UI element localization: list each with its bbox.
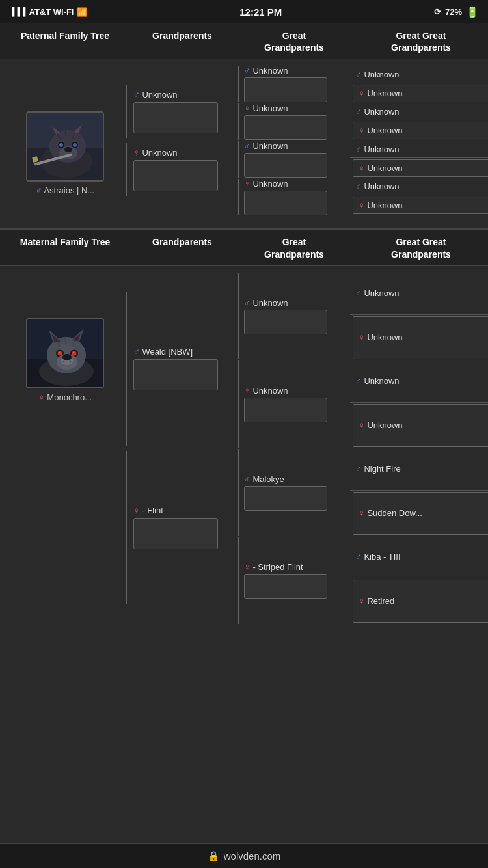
- gggp5-mat[interactable]: ♂ Night Fire: [350, 448, 488, 491]
- gp1-label: ♂ Unknown: [133, 90, 178, 100]
- status-left: ▐▐▐ AT&T Wi-Fi 📶: [9, 7, 87, 17]
- gggp6[interactable]: ♀ Unknown: [353, 159, 488, 177]
- gggp6-mat[interactable]: ♀ Sudden Dow...: [353, 492, 488, 535]
- gggp2-mat[interactable]: ♀ Unknown: [353, 316, 488, 359]
- ggp4-mat-box: [244, 574, 327, 599]
- gp2-paternal[interactable]: ♀ Unknown: [126, 143, 238, 196]
- gp1-gender: ♂: [133, 90, 140, 100]
- ggp3-mat-label: ♂ Malokye: [244, 474, 350, 484]
- great-great-grandparents-column-paternal: ♂ Unknown ♀ Unknown ♂ Unknown ♀ Unknown …: [350, 66, 488, 215]
- ggp1-mat-box: [244, 310, 327, 334]
- gggp3[interactable]: ♂ Unknown: [350, 103, 488, 120]
- self-column-paternal: ♂ Astraios | N...: [4, 66, 126, 215]
- gggp1-mat[interactable]: ♂ Unknown: [350, 273, 488, 315]
- svg-point-10: [59, 143, 63, 147]
- ggp1-label: ♂ Unknown: [244, 66, 350, 75]
- rotate-icon: ⟳: [434, 7, 441, 17]
- maternal-header-row: Maternal Family Tree Grandparents GreatG…: [0, 230, 488, 265]
- ggp4-mat-label: ♀ - Striped Flint: [244, 562, 350, 572]
- gggp-pair1-paternal: ♂ Unknown ♀ Unknown: [350, 66, 488, 103]
- gggp-pair1-maternal: ♂ Unknown ♀ Unknown: [350, 273, 488, 360]
- col-self-header-mat: Maternal Family Tree: [4, 236, 126, 260]
- grandparents-column-maternal: ♂ Weald [NBW] ♀ - Flint: [126, 273, 238, 624]
- ggp4-box: [244, 191, 327, 215]
- svg-point-32: [58, 351, 62, 355]
- gggp7[interactable]: ♂ Unknown: [350, 178, 488, 195]
- gp2-box: [133, 160, 218, 191]
- bottom-bar: 🔒 wolvden.com: [0, 843, 488, 868]
- self-label-maternal: ♀ Monochro...: [38, 392, 92, 402]
- ggp2-label: ♀ Unknown: [244, 103, 350, 113]
- gp2-mat-box: [133, 518, 218, 549]
- avatar-paternal[interactable]: [26, 111, 104, 182]
- wolf-avatar-svg-mat: [27, 319, 104, 388]
- great-grandparents-column-maternal: ♂ Unknown ♀ Unknown ♂ Malokye: [238, 273, 350, 624]
- great-grandparents-column-paternal: ♂ Unknown ♀ Unknown ♂ Unknown: [238, 66, 350, 215]
- battery-label: 72%: [445, 7, 462, 17]
- ggp3-label: ♂ Unknown: [244, 141, 350, 151]
- ggp4-paternal[interactable]: ♀ Unknown: [238, 179, 350, 215]
- gggp8-mat[interactable]: ♀ Retired: [353, 580, 488, 623]
- gggp5[interactable]: ♂ Unknown: [350, 141, 488, 157]
- ggp1-maternal[interactable]: ♂ Unknown: [238, 273, 350, 360]
- carrier-label: AT&T Wi-Fi: [29, 7, 74, 17]
- signal-icon: ▐▐▐: [9, 7, 26, 16]
- gggp1[interactable]: ♂ Unknown: [350, 66, 488, 83]
- svg-point-35: [72, 351, 77, 355]
- ggp2-paternal[interactable]: ♀ Unknown: [238, 103, 350, 140]
- paternal-tree-body: ♂ Astraios | N... ♂ Unknown ♀ Unknown: [0, 59, 488, 228]
- col-ggp-header-mat: GreatGrandparents: [238, 236, 350, 260]
- self-gender-symbol-pat: ♂: [36, 185, 42, 195]
- self-label-paternal: ♂ Astraios | N...: [36, 185, 94, 195]
- gp2-mat-label: ♀ - Flint: [133, 506, 163, 515]
- col-gp-header: Grandparents: [126, 30, 238, 53]
- svg-point-13: [73, 143, 77, 147]
- self-name-mat: Monochro...: [47, 392, 92, 402]
- svg-point-33: [59, 352, 60, 353]
- ggp3-paternal[interactable]: ♂ Unknown: [238, 141, 350, 178]
- gggp4[interactable]: ♀ Unknown: [353, 122, 488, 139]
- avatar-maternal[interactable]: [26, 318, 104, 388]
- gp1-box: [133, 102, 218, 133]
- col-self-header: Paternal Family Tree: [4, 30, 126, 53]
- gggp-pair4-maternal: ♂ Kiba - TIII ♀ Retired: [350, 536, 488, 624]
- self-name-pat: Astraios | N...: [44, 185, 94, 195]
- gggp2[interactable]: ♀ Unknown: [353, 85, 488, 102]
- bottom-lock-icon: 🔒: [208, 850, 220, 862]
- gp2-maternal[interactable]: ♀ - Flint: [126, 451, 238, 604]
- gggp-pair2-paternal: ♂ Unknown ♀ Unknown: [350, 103, 488, 141]
- gggp8[interactable]: ♀ Unknown: [353, 197, 488, 214]
- svg-point-11: [60, 144, 61, 145]
- ggp4-maternal[interactable]: ♀ - Striped Flint: [238, 537, 350, 624]
- ggp2-maternal[interactable]: ♀ Unknown: [238, 360, 350, 448]
- gp2-label: ♀ Unknown: [133, 148, 178, 157]
- svg-point-41: [70, 361, 71, 362]
- gggp4-mat[interactable]: ♀ Unknown: [353, 404, 488, 447]
- ggp2-mat-box: [244, 398, 327, 422]
- svg-point-40: [63, 361, 64, 362]
- self-gender-symbol-mat: ♀: [38, 392, 45, 402]
- svg-point-36: [73, 352, 74, 353]
- time-display: 12:21 PM: [239, 7, 282, 18]
- ggp3-maternal[interactable]: ♂ Malokye: [238, 449, 350, 536]
- gggp-pair4-paternal: ♂ Unknown ♀ Unknown: [350, 178, 488, 216]
- svg-point-15: [64, 147, 72, 152]
- gggp-pair3-paternal: ♂ Unknown ♀ Unknown: [350, 141, 488, 178]
- grandparents-column-paternal: ♂ Unknown ♀ Unknown: [126, 66, 238, 215]
- bottom-url: wolvden.com: [224, 850, 281, 861]
- svg-point-39: [62, 354, 72, 360]
- ggp2-box: [244, 115, 327, 140]
- ggp2-mat-label: ♀ Unknown: [244, 386, 350, 396]
- gggp7-mat[interactable]: ♂ Kiba - TIII: [350, 536, 488, 578]
- ggp3-mat-box: [244, 486, 327, 511]
- col-ggp-header: GreatGrandparents: [238, 30, 350, 53]
- gp1-maternal[interactable]: ♂ Weald [NBW]: [126, 292, 238, 446]
- great-great-grandparents-column-maternal: ♂ Unknown ♀ Unknown ♂ Unknown ♀ Unknown …: [350, 273, 488, 624]
- gggp3-mat[interactable]: ♂ Unknown: [350, 360, 488, 403]
- ggp1-paternal[interactable]: ♂ Unknown: [238, 66, 350, 102]
- gp1-paternal[interactable]: ♂ Unknown: [126, 85, 238, 138]
- main-scroll[interactable]: Paternal Family Tree Grandparents GreatG…: [0, 23, 488, 843]
- battery-icon: 🔋: [466, 6, 479, 18]
- ggp1-mat-label: ♂ Unknown: [244, 298, 350, 308]
- wifi-icon: 📶: [77, 7, 87, 17]
